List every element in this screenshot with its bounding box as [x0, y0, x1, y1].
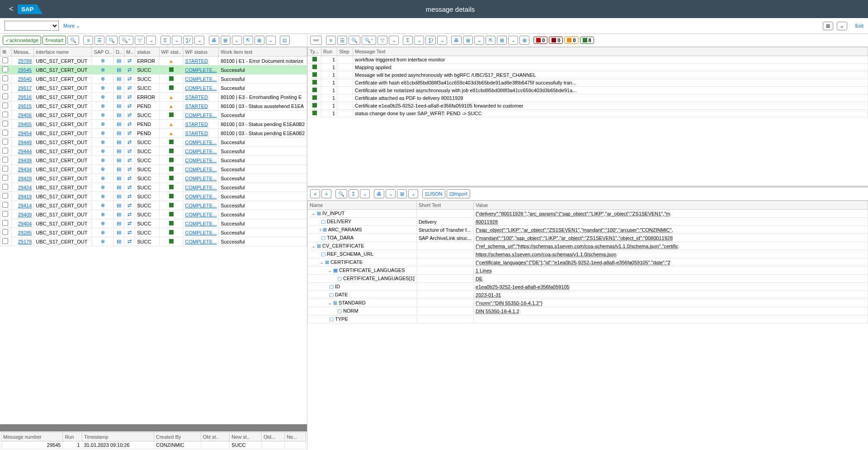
- message-row[interactable]: 29455 UBC_S17_CERT_OUT ⊕ ▤ ⇄ PEND ▲ STAR…: [0, 120, 307, 129]
- expand-toggle[interactable]: ⌄: [320, 259, 324, 265]
- doc-icon[interactable]: ▤: [117, 184, 121, 190]
- sub2-icon[interactable]: ∑/: [425, 36, 436, 45]
- log-row[interactable]: 1Certificate attached as PDF to delivery…: [308, 94, 868, 102]
- map-icon[interactable]: ⇄: [127, 130, 132, 136]
- layout-icon[interactable]: ⊞: [255, 36, 264, 45]
- expand-toggle[interactable]: ⌄: [328, 300, 332, 305]
- tree-row[interactable]: ▢DELIVERY Delivery80011928: [308, 218, 868, 226]
- layout-dropdown[interactable]: ⌄: [837, 22, 847, 30]
- expand-toggle[interactable]: ⌄: [311, 211, 316, 216]
- message-grid[interactable]: ⊞ Messa.. interface name SAP O.. D.. M..…: [0, 47, 307, 424]
- message-row[interactable]: 29419 UBC_S17_CERT_OUT ⊕ ▤ ⇄ SUCC COMPLE…: [0, 192, 307, 201]
- message-id-link[interactable]: 29517: [18, 85, 32, 91]
- message-id-link[interactable]: 29789: [18, 58, 32, 64]
- map-icon[interactable]: ⇄: [127, 121, 132, 127]
- wf-status-link[interactable]: COMPLETE...: [185, 212, 217, 217]
- doc-icon[interactable]: ▤: [117, 85, 121, 90]
- restart-button[interactable]: ↻ restart: [42, 36, 66, 45]
- message-row[interactable]: 29789 UBC_S17_CERT_OUT ⊕ ▤ ⇄ ERROR ▲ STA…: [0, 56, 307, 66]
- doc-icon[interactable]: ▤: [117, 148, 121, 154]
- message-row[interactable]: 29545 UBC_S17_CERT_OUT ⊕ ▤ ⇄ SUCC COMPLE…: [0, 66, 307, 75]
- log-grid[interactable]: Ty... Run Step Message Text 1workflow tr…: [307, 47, 868, 186]
- filter-icon[interactable]: ▽: [135, 36, 145, 45]
- doc-icon[interactable]: ▤: [117, 67, 121, 72]
- object-icon[interactable]: ⊕: [101, 112, 105, 117]
- wf-status-link[interactable]: COMPLETE...: [185, 194, 217, 199]
- object-icon[interactable]: ⊕: [101, 175, 105, 181]
- doc-icon[interactable]: ▤: [117, 121, 121, 127]
- map-icon[interactable]: ⇄: [127, 67, 132, 72]
- search-icon[interactable]: 🔍: [67, 36, 79, 45]
- message-row[interactable]: 29439 UBC_S17_CERT_OUT ⊕ ▤ ⇄ SUCC COMPLE…: [0, 156, 307, 165]
- map-icon[interactable]: ⇄: [127, 211, 132, 217]
- message-id-link[interactable]: 29419: [18, 194, 32, 199]
- message-id-link[interactable]: 29454: [18, 131, 32, 136]
- layout-dd-icon[interactable]: ⌄: [266, 36, 276, 45]
- map-icon[interactable]: ⇄: [127, 58, 132, 63]
- tree-grid[interactable]: Name Short Text Value ⌄⊞IV_INPUT {"deliv…: [307, 201, 868, 450]
- more-menu[interactable]: More: [63, 23, 80, 29]
- message-id-link[interactable]: 29285: [18, 230, 32, 235]
- h-scrollbar[interactable]: [0, 424, 307, 430]
- tree-row[interactable]: ▢DATE 2023-01-31: [308, 291, 868, 299]
- wf-status-link[interactable]: COMPLETE...: [185, 85, 217, 91]
- row-checkbox[interactable]: [2, 157, 8, 163]
- message-row[interactable]: 29285 UBC_S17_CERT_OUT ⊕ ▤ ⇄ SUCC COMPLE…: [0, 228, 307, 237]
- wf-status-link[interactable]: COMPLETE...: [185, 149, 217, 154]
- layout3-icon[interactable]: ⊞: [397, 189, 407, 198]
- context-dropdown[interactable]: [5, 21, 59, 31]
- map-icon[interactable]: ⇄: [127, 202, 132, 208]
- exit-link[interactable]: Exit: [855, 23, 863, 28]
- log-row[interactable]: 1status change done by user SAP_WFRT: PE…: [308, 110, 868, 117]
- doc-icon[interactable]: ▤: [117, 94, 121, 99]
- wf-status-link[interactable]: COMPLETE...: [185, 176, 217, 181]
- object-icon[interactable]: ⊕: [101, 239, 105, 244]
- wf-status-link[interactable]: COMPLETE...: [185, 112, 217, 118]
- object-icon[interactable]: ⊕: [101, 184, 105, 190]
- map-icon[interactable]: ⇄: [127, 85, 132, 90]
- view2-icon[interactable]: ⊞: [463, 36, 473, 45]
- expand-icon[interactable]: »: [321, 189, 331, 198]
- row-checkbox[interactable]: [2, 175, 8, 181]
- row-checkbox[interactable]: [2, 148, 8, 154]
- wf-status-link[interactable]: COMPLETE...: [185, 230, 217, 235]
- wf-status-link[interactable]: COMPLETE...: [185, 203, 217, 208]
- tree-row[interactable]: ▢CERTIFICATE_LANGUAGES[1] DE: [308, 275, 868, 283]
- map-icon[interactable]: ⇄: [127, 193, 132, 199]
- view2-dd-icon[interactable]: ⌄: [474, 36, 484, 45]
- message-row[interactable]: 29429 UBC_S17_CERT_OUT ⊕ ▤ ⇄ SUCC COMPLE…: [0, 174, 307, 183]
- print3-dd-icon[interactable]: ⌄: [386, 189, 396, 198]
- message-id-link[interactable]: 29404: [18, 221, 32, 226]
- json-button[interactable]: ⊡ JSON: [422, 189, 445, 198]
- doc-icon[interactable]: ▤: [117, 157, 121, 163]
- tree-row[interactable]: ›⊞ARC_PARAMS Structure of Transfer f...{…: [308, 226, 868, 234]
- object-icon[interactable]: ⊕: [101, 58, 105, 63]
- view-icon[interactable]: ⊞: [221, 36, 231, 45]
- list-icon[interactable]: ☰: [94, 36, 104, 45]
- row-checkbox[interactable]: [2, 202, 8, 208]
- sub2-dd-icon[interactable]: ⌄: [437, 36, 447, 45]
- message-row[interactable]: 29434 UBC_S17_CERT_OUT ⊕ ▤ ⇄ SUCC COMPLE…: [0, 165, 307, 174]
- message-row[interactable]: 29517 UBC_S17_CERT_OUT ⊕ ▤ ⇄ SUCC COMPLE…: [0, 84, 307, 93]
- row-checkbox[interactable]: [2, 211, 8, 217]
- doc-icon[interactable]: ▤: [117, 58, 121, 63]
- message-id-link[interactable]: 29439: [18, 158, 32, 163]
- object-icon[interactable]: ⊕: [101, 67, 105, 72]
- map-icon[interactable]: ⇄: [127, 230, 132, 235]
- row-checkbox[interactable]: [2, 66, 8, 72]
- doc-icon[interactable]: ▤: [117, 220, 121, 226]
- message-row[interactable]: 29179 UBC_S17_CERT_OUT ⊕ ▤ ⇄ SUCC COMPLE…: [0, 237, 307, 246]
- layout-button[interactable]: ⊞: [823, 22, 833, 30]
- wf-status-link[interactable]: COMPLETE...: [185, 167, 217, 172]
- badge-error[interactable]: 0: [533, 37, 547, 44]
- object-icon[interactable]: ⊕: [101, 139, 105, 145]
- details2-icon[interactable]: ≡: [326, 36, 336, 45]
- doc-icon[interactable]: ▤: [117, 239, 121, 244]
- print-icon[interactable]: 🖶: [209, 36, 219, 45]
- row-checkbox[interactable]: [2, 94, 8, 99]
- filter2-icon[interactable]: ▽: [377, 36, 387, 45]
- message-row[interactable]: 29424 UBC_S17_CERT_OUT ⊕ ▤ ⇄ SUCC COMPLE…: [0, 183, 307, 192]
- acknowledge-button[interactable]: ✓ acknowledge: [3, 36, 41, 45]
- message-id-link[interactable]: 29409: [18, 212, 32, 217]
- object-icon[interactable]: ⊕: [101, 230, 105, 235]
